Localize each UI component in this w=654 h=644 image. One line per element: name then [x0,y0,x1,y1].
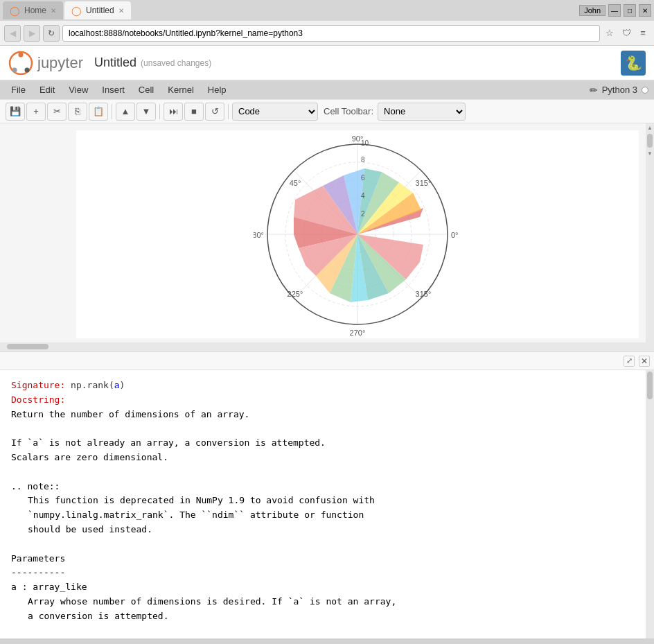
nav-bar: ◀ ▶ ↻ ☆ 🛡 ≡ [0,21,654,46]
expand-button[interactable]: ⤢ [624,356,635,367]
menu-edit[interactable]: Edit [34,83,60,96]
svg-text:315°: 315° [416,179,432,187]
doc-line-10: Parameters [11,552,635,566]
doc-line-16: Returns [11,638,635,638]
h-scrollbar[interactable] [0,342,654,351]
doc-line-3: Scalars are zero dimensional. [11,451,635,465]
svg-text:315°: 315° [416,290,432,298]
docstring-label-line: Docstring: [11,393,635,408]
jupyter-header: jupyter Untitled (unsaved changes) 🐍 [0,46,654,80]
signature-end: ) [120,380,125,390]
cell-toolbar-select[interactable]: None Edit Metadata Raw Cell Format Slide… [378,103,466,121]
restart-button[interactable]: ↺ [205,103,224,121]
stop-button[interactable]: ■ [184,103,204,121]
doc-line-7: `numpy.linalg.matrix_rank`. The ``ndim``… [11,508,635,523]
cell-toolbar-label: Cell Toolbar: [324,106,373,116]
help-scrollbar[interactable] [646,370,654,638]
menu-icon[interactable]: ≡ [636,26,650,40]
svg-text:6: 6 [361,174,365,182]
menu-help[interactable]: Help [202,83,232,96]
doc-line-4 [11,465,635,480]
maximize-button[interactable]: □ [624,4,636,17]
signature-param: a [114,380,120,390]
tab-untitled-close[interactable]: ✕ [118,7,124,15]
jupyter-icon-untitled: ◯ [71,6,82,16]
help-panel-header: ⤢ ✕ [0,352,654,370]
separator-3 [228,104,229,119]
move-up-button[interactable]: ▲ [116,103,135,121]
help-content: Signature: np.rank(a) Docstring: Return … [0,370,646,638]
forward-button[interactable]: ▶ [24,25,40,42]
doc-line-9 [11,537,635,552]
url-bar[interactable] [62,25,600,42]
svg-text:45°: 45° [290,179,301,187]
svg-text:4: 4 [361,192,365,200]
paste-button[interactable]: 📋 [89,103,108,121]
polar-chart-svg: 90° 0° 180° 270° 315° 45° 225° 315° 2 4 … [254,130,461,338]
docstring-label: Docstring: [11,394,65,405]
doc-line-2: If `a` is not already an array, a conver… [11,436,635,451]
menu-view[interactable]: View [63,83,94,96]
svg-point-2 [12,67,17,72]
svg-text:225°: 225° [288,290,303,298]
signature-line: Signature: np.rank(a) [11,378,635,393]
help-scroll-thumb[interactable] [647,372,653,399]
bookmark-icon[interactable]: ☆ [603,26,617,40]
move-down-button[interactable]: ▼ [136,103,156,121]
svg-text:8: 8 [361,156,365,164]
svg-point-3 [25,67,30,72]
svg-text:10: 10 [361,139,369,147]
help-close-button[interactable]: ✕ [639,356,650,367]
doc-line-5: .. note:: [11,480,635,494]
svg-text:2: 2 [361,210,365,218]
tab-untitled-label: Untitled [86,6,114,15]
tab-untitled[interactable]: ◯ Untitled ✕ [64,1,131,19]
tab-home[interactable]: ◯ Home ✕ [3,1,63,19]
doc-line-12: a : array_like [11,580,635,595]
tab-home-label: Home [24,6,46,15]
reload-button[interactable]: ↻ [43,25,60,42]
tab-home-close[interactable]: ✕ [51,7,56,15]
jupyter-logo: jupyter [8,51,83,76]
svg-text:270°: 270° [350,329,366,337]
kernel-label: Python 3 [602,85,637,95]
signature-text: np.rank( [71,380,114,390]
cell-type-select[interactable]: Code Markdown Raw NBConvert Heading [232,103,318,121]
jupyter-logo-text: jupyter [37,54,83,72]
doc-line-6: This function is deprecated in NumPy 1.9… [11,494,635,508]
menu-insert[interactable]: Insert [96,83,130,96]
notebook-scrollbar[interactable]: ▲ ▼ [646,123,654,342]
doc-line-11: ---------- [11,566,635,580]
menu-file[interactable]: File [6,83,31,96]
help-panel: ⤢ ✕ Signature: np.rank(a) Docstring: Ret… [0,351,654,638]
copy-button[interactable]: ⎘ [68,103,87,121]
svg-point-1 [19,52,24,57]
notebook-area: 90° 0° 180° 270° 315° 45° 225° 315° 2 4 … [0,123,654,342]
h-scroll-thumb[interactable] [7,344,48,349]
skip-button[interactable]: ⏭ [164,103,183,121]
kernel-circle [642,87,648,94]
polar-chart: 90° 0° 180° 270° 315° 45° 225° 315° 2 4 … [254,130,461,338]
notebook-title[interactable]: Untitled [94,55,136,70]
save-button[interactable]: 💾 [6,103,25,121]
add-cell-button[interactable]: + [26,103,46,121]
kernel-status: ✏ Python 3 [590,85,648,96]
menu-kernel[interactable]: Kernel [162,83,200,96]
scroll-down-arrow[interactable]: ▼ [647,150,653,157]
back-button[interactable]: ◀ [4,25,21,42]
close-button[interactable]: ✕ [639,4,651,17]
title-bar: ◯ Home ✕ ◯ Untitled ✕ John — □ ✕ [0,0,654,21]
shield-icon[interactable]: 🛡 [619,26,633,40]
user-label: John [579,5,606,16]
cut-button[interactable]: ✂ [47,103,67,121]
doc-line-13: Array whose number of dimensions is desi… [11,595,635,609]
scroll-up-arrow[interactable]: ▲ [647,125,653,131]
jupyter-logo-icon [8,51,33,76]
minimize-button[interactable]: — [608,4,621,17]
unsaved-label: (unsaved changes) [141,58,211,68]
doc-line-0: Return the number of dimensions of an ar… [11,408,635,422]
menu-cell[interactable]: Cell [133,83,159,96]
scroll-thumb[interactable] [647,134,653,148]
edit-icon[interactable]: ✏ [590,85,598,96]
doc-line-15 [11,624,635,638]
